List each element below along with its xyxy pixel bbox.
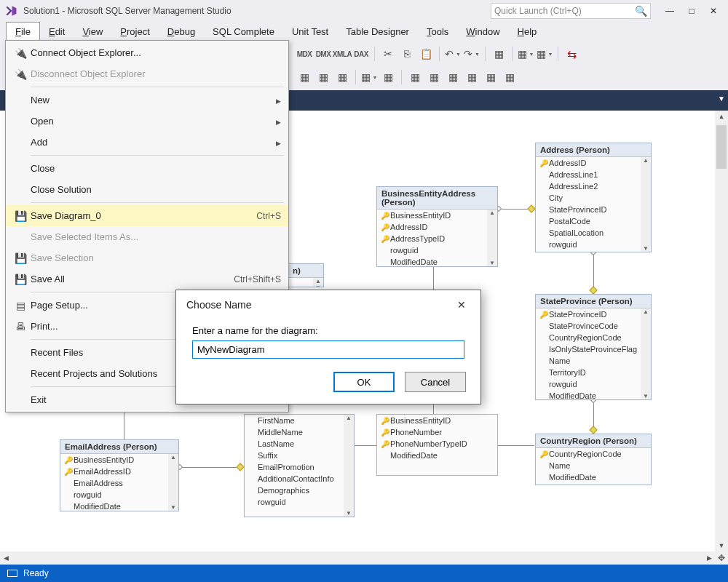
table-stateprovince[interactable]: StateProvince (Person)🔑StateProvinceIDSt… [535, 294, 652, 400]
column-row[interactable]: PostalCode [536, 215, 651, 227]
dmx-button[interactable]: DMX [314, 45, 332, 63]
copy-button[interactable]: ⎘ [398, 45, 416, 63]
column-row[interactable]: ModifiedDate [536, 390, 651, 399]
column-row[interactable]: rowguid [377, 244, 497, 256]
table-tool-6[interactable]: ▦ [406, 68, 424, 86]
table-tool-4[interactable]: ▦ [360, 68, 378, 86]
menu-help[interactable]: Help [509, 22, 546, 41]
menu-view[interactable]: View [74, 22, 111, 41]
menu-project[interactable]: Project [111, 22, 158, 41]
column-row[interactable]: 🔑PhoneNumberTypeID [377, 438, 497, 450]
minimize-button[interactable]: — [660, 3, 680, 19]
pan-handle-icon[interactable]: ✥ [715, 551, 728, 565]
xmla-button[interactable]: XMLA [333, 45, 351, 63]
table-personphonepartial[interactable]: 🔑BusinessEntityID🔑PhoneNumber🔑PhoneNumbe… [376, 414, 498, 476]
scroll-thumb[interactable] [716, 125, 727, 169]
column-row[interactable]: SpatialLocation [536, 227, 651, 239]
menu-edit[interactable]: Edit [40, 22, 74, 41]
file-menu-add[interactable]: Add [6, 132, 288, 153]
menu-file[interactable]: File [6, 22, 40, 41]
table-tool-9[interactable]: ▦ [463, 68, 480, 86]
column-row[interactable]: ModifiedDate [377, 256, 497, 266]
redo-button[interactable]: ↷ [463, 45, 480, 63]
column-row[interactable]: AdditionalContactInfo [245, 473, 354, 485]
table-scrollbar[interactable]: ▲▼ [168, 454, 178, 511]
table-tool-8[interactable]: ▦ [444, 68, 462, 86]
table-scrollbar[interactable]: ▲▼ [641, 157, 651, 252]
column-row[interactable]: City [536, 192, 651, 204]
table-tool-5[interactable]: ▦ [379, 68, 397, 86]
dax-button[interactable]: DAX [352, 45, 370, 63]
column-row[interactable]: rowguid [60, 489, 178, 501]
menu-table-designer[interactable]: Table Designer [337, 22, 418, 41]
file-menu-open[interactable]: Open [6, 111, 288, 132]
table-scrollbar[interactable]: ▲▼ [487, 210, 497, 266]
table-countryregion[interactable]: CountryRegion (Person)🔑CountryRegionCode… [535, 434, 652, 485]
undo-button[interactable]: ↶ [444, 45, 462, 63]
column-row[interactable]: CountryRegionCode [536, 332, 651, 343]
column-row[interactable]: ModifiedDate [60, 501, 178, 511]
menu-tools[interactable]: Tools [418, 22, 457, 41]
column-row[interactable]: TerritoryID [536, 367, 651, 378]
table-scrollbar[interactable]: ▲▼ [313, 278, 323, 287]
tool-generic-3[interactable]: ▦ [536, 45, 553, 63]
column-row[interactable]: AddressLine2 [536, 180, 651, 192]
scroll-down-icon[interactable]: ▼ [716, 540, 727, 551]
column-row[interactable]: rowguid [245, 496, 354, 508]
column-row[interactable]: EmailAddress [60, 477, 178, 489]
vertical-scrollbar[interactable]: ▲ ▼ [715, 111, 728, 551]
table-tool-7[interactable]: ▦ [425, 68, 443, 86]
column-row[interactable]: 🔑EmailAddressID [60, 466, 178, 477]
menu-window[interactable]: Window [457, 22, 508, 41]
table-scrollbar[interactable]: ▲▼ [344, 415, 354, 517]
column-row[interactable]: StateProvinceID [536, 204, 651, 215]
file-menu-save-diagram-0[interactable]: 💾Save Diagram_0Ctrl+S [6, 205, 288, 226]
column-row[interactable]: MiddleName [245, 426, 354, 438]
menu-unit-test[interactable]: Unit Test [283, 22, 337, 41]
column-row[interactable]: 🔑CountryRegionCode [536, 448, 651, 460]
diagram-name-input[interactable] [192, 340, 464, 359]
table-emailaddress[interactable]: EmailAddress (Person)🔑BusinessEntityID🔑E… [60, 439, 179, 511]
maximize-button[interactable]: □ [681, 3, 702, 19]
file-menu-close[interactable]: Close [6, 158, 288, 179]
file-menu-save-all[interactable]: 💾Save AllCtrl+Shift+S [6, 268, 288, 290]
column-row[interactable]: IsOnlyStateProvinceFlag [536, 343, 651, 355]
column-row[interactable]: AddressLine1 [536, 169, 651, 180]
column-row[interactable]: 🔑AddressTypeID [377, 233, 497, 244]
table-tool-3[interactable]: ▦ [333, 68, 351, 86]
table-address[interactable]: Address (Person)🔑AddressIDAddressLine1Ad… [535, 143, 652, 252]
tool-generic-2[interactable]: ▦ [517, 45, 534, 63]
column-row[interactable]: 🔑BusinessEntityID [377, 210, 497, 221]
cut-button[interactable]: ✂ [379, 45, 397, 63]
column-row[interactable]: Demographics [245, 485, 354, 496]
close-window-button[interactable]: ✕ [703, 3, 724, 19]
tool-generic-4[interactable]: ⇆ [563, 45, 580, 63]
scroll-left-icon[interactable]: ◀ [0, 552, 12, 564]
column-row[interactable]: rowguid [536, 378, 651, 390]
dialog-close-button[interactable]: ✕ [453, 298, 470, 312]
table-businessentityaddress[interactable]: BusinessEntityAddress (Person)🔑BusinessE… [376, 186, 498, 267]
column-row[interactable]: 🔑AddressID [377, 221, 497, 233]
tab-overflow-button[interactable]: ▼ [718, 95, 725, 103]
column-row[interactable]: ModifiedDate [536, 250, 651, 252]
column-row[interactable]: FirstName [245, 415, 354, 426]
table-scrollbar[interactable]: ▲▼ [641, 308, 651, 399]
column-row[interactable]: 🔑AddressID [536, 157, 651, 169]
dialog-cancel-button[interactable]: Cancel [405, 372, 466, 392]
column-row[interactable]: Name [536, 355, 651, 367]
column-row[interactable]: Name [536, 460, 651, 471]
quick-launch-box[interactable]: Quick Launch (Ctrl+Q) 🔍 [491, 3, 651, 19]
table-personpartial[interactable]: FirstNameMiddleNameLastNameSuffixEmailPr… [244, 414, 355, 517]
menu-sql-complete[interactable]: SQL Complete [204, 22, 283, 41]
column-row[interactable]: Suffix [245, 450, 354, 461]
column-row[interactable]: LastName [245, 438, 354, 450]
scroll-right-icon[interactable]: ▶ [703, 552, 715, 564]
column-row[interactable]: rowguid [536, 239, 651, 250]
column-row[interactable]: 🔑BusinessEntityID [377, 415, 497, 426]
column-row[interactable]: ModifiedDate [377, 450, 497, 461]
dialog-ok-button[interactable]: OK [333, 372, 395, 392]
table-schemaheaderpartial[interactable]: n)▲▼ [288, 263, 324, 287]
mdx-button[interactable]: MDX [296, 45, 313, 63]
column-row[interactable]: 🔑StateProvinceID [536, 308, 651, 320]
column-row[interactable]: EmailPromotion [245, 461, 354, 473]
